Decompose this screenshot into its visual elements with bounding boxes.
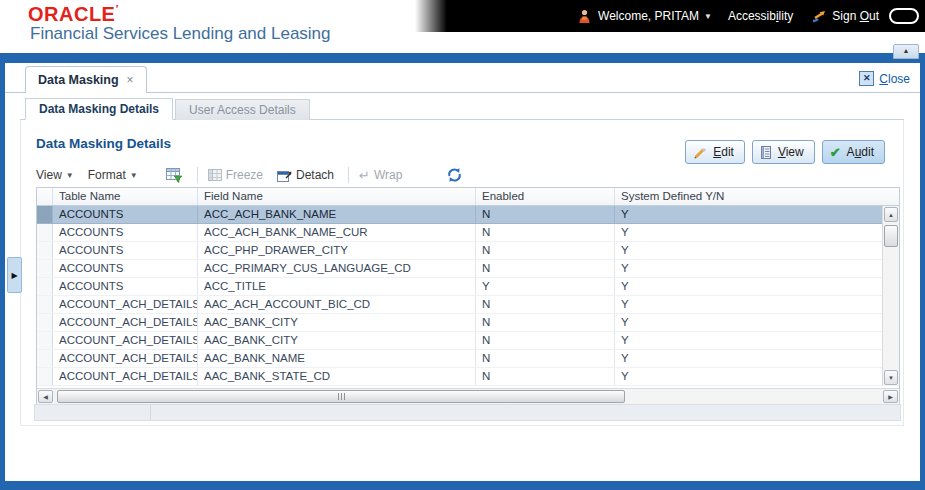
cell: AAC_BANK_CITY [198,332,476,349]
welcome-user-menu[interactable]: Welcome, PRITAM▼ [598,9,712,23]
view-menu[interactable]: View▼ [36,168,74,182]
table-row[interactable]: ACCOUNTSACC_PRIMARY_CUS_LANGUAGE_CDNY [37,260,882,278]
table-header: Table NameField NameEnabledSystem Define… [37,188,899,206]
action-buttons: Edit View ✔ Audit [685,140,885,164]
data-masking-grid: Table NameField NameEnabledSystem Define… [36,187,900,405]
cell: ACC_ACH_BANK_NAME [198,206,476,223]
cell: ACC_PHP_DRAWER_CITY [198,242,476,259]
horizontal-scrollbar[interactable]: ◀ ▶ [37,388,899,404]
cell: N [476,242,615,259]
detach-button[interactable]: Detach [277,168,334,182]
cell: Y [615,278,882,295]
column-header[interactable]: Field Name [198,188,476,205]
table-row[interactable]: ACCOUNT_ACH_DETAILSAAC_BANK_STATE_CDNY [37,368,882,386]
table-row[interactable]: ACCOUNTSACC_PHP_DRAWER_CITYNY [37,242,882,260]
row-selector[interactable] [37,368,53,385]
cell: ACCOUNTS [53,224,198,241]
cell: Y [615,260,882,277]
user-icon [578,9,591,24]
footer-divider [150,405,151,420]
cell: ACCOUNT_ACH_DETAILS [53,314,198,331]
cell: N [476,260,615,277]
column-header[interactable]: Enabled [476,188,615,205]
table-row[interactable]: ACCOUNT_ACH_DETAILSAAC_BANK_NAMENY [37,350,882,368]
cell: N [476,206,615,223]
subtab-user-access-details[interactable]: User Access Details [175,99,310,120]
cell: Y [615,296,882,313]
row-selector[interactable] [37,242,53,259]
table-row[interactable]: ACCOUNT_ACH_DETAILSAAC_BANK_CITYNY [37,314,882,332]
cell: Y [615,368,882,385]
data-masking-details-panel: Data Masking Details Edit [20,120,904,426]
cell: ACCOUNT_ACH_DETAILS [53,368,198,385]
selector-header [37,188,53,205]
close-window-link[interactable]: ✕ Close [859,71,910,86]
cell: ACCOUNTS [53,278,198,295]
row-selector[interactable] [37,332,53,349]
table-row[interactable]: ACCOUNTSACC_TITLEYY [37,278,882,296]
query-by-example-button[interactable] [166,168,183,183]
subtab-data-masking-details[interactable]: Data Masking Details [25,98,173,120]
cell: AAC_BANK_NAME [198,350,476,367]
table-row[interactable]: ACCOUNTSACC_ACH_BANK_NAME_CURNY [37,224,882,242]
scroll-right-button[interactable]: ▶ [883,390,898,403]
vertical-scrollbar[interactable]: ▲ ▼ [882,206,899,386]
scroll-down-button[interactable]: ▼ [884,370,898,385]
main-content-area: Data Masking × ✕ Close Data Masking Deta… [0,63,925,481]
table-row[interactable]: ACCOUNT_ACH_DETAILSAAC_ACH_ACCOUNT_BIC_C… [37,296,882,314]
format-menu[interactable]: Format▼ [88,168,138,182]
audit-button[interactable]: ✔ Audit [822,140,885,164]
cell: ACCOUNT_ACH_DETAILS [53,350,198,367]
horizontal-scroll-thumb[interactable] [57,390,625,403]
frame-top-bar [0,53,925,63]
left-panel-expander[interactable]: ▶ [7,257,22,293]
scroll-up-button[interactable]: ▲ [884,207,898,222]
scroll-left-button[interactable]: ◀ [38,390,53,403]
detach-icon [277,169,292,182]
wrap-button: ↵ Wrap [359,168,402,183]
chevron-down-icon: ▼ [66,171,74,180]
tab-close-icon[interactable]: × [127,73,134,87]
refresh-button[interactable] [446,167,463,183]
edit-button[interactable]: Edit [685,140,745,164]
row-selector[interactable] [37,278,53,295]
document-icon [760,146,772,159]
oracle-logo: ORACLE’ [28,3,119,26]
collapse-header-button[interactable]: ▲ [893,44,919,59]
cell: Y [615,206,882,223]
grid-footer-strip [34,404,901,421]
vertical-scroll-thumb[interactable] [884,225,898,247]
cell: ACCOUNTS [53,260,198,277]
sign-out-link[interactable]: Sign Out [832,9,879,23]
row-selector[interactable] [37,314,53,331]
subtab-strip: Data Masking Details User Access Details [20,96,904,120]
freeze-icon [208,169,222,181]
column-header[interactable]: Table Name [53,188,198,205]
row-selector[interactable] [37,296,53,313]
view-button[interactable]: View [752,140,815,164]
cell: ACCOUNT_ACH_DETAILS [53,332,198,349]
close-icon: ✕ [859,71,874,86]
cell: ACCOUNT_ACH_DETAILS [53,296,198,313]
pencil-icon [693,146,707,159]
accessibility-link[interactable]: Accessibility [728,9,793,23]
row-selector[interactable] [37,350,53,367]
table-row[interactable]: ACCOUNTSACC_ACH_BANK_NAMENY [37,206,882,224]
cell: AAC_BANK_STATE_CD [198,368,476,385]
cell: N [476,332,615,349]
column-header[interactable]: System Defined Y/N [615,188,899,205]
app-subtitle: Financial Services Lending and Leasing [30,24,331,44]
refresh-icon [446,167,463,183]
cell: ACC_ACH_BANK_NAME_CUR [198,224,476,241]
tab-label: Data Masking [38,73,119,87]
cell: N [476,350,615,367]
table-row[interactable]: ACCOUNT_ACH_DETAILSAAC_BANK_CITYNY [37,332,882,350]
row-selector[interactable] [37,260,53,277]
row-selector[interactable] [37,206,53,223]
check-icon: ✔ [830,145,841,160]
session-indicator[interactable] [889,8,919,24]
cell: Y [615,224,882,241]
row-selector[interactable] [37,224,53,241]
cell: ACC_PRIMARY_CUS_LANGUAGE_CD [198,260,476,277]
tab-data-masking[interactable]: Data Masking × [25,66,147,93]
